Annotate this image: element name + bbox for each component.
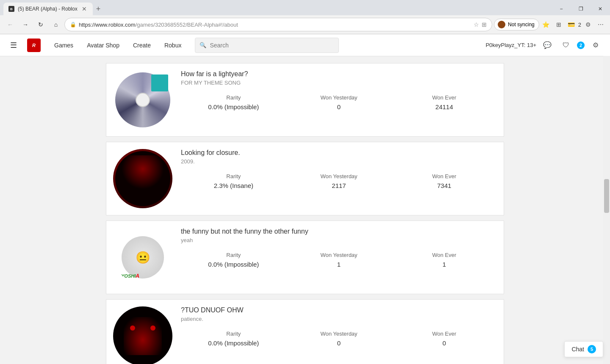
item-subtitle-3: yeah (181, 237, 497, 243)
notification-area: 2 (578, 22, 581, 28)
rarity-label-1: Rarity (181, 94, 286, 101)
item-info-2: Looking for closure. 2009. Rarity 2.3% (… (181, 149, 497, 189)
bookmark-icon[interactable]: ☆ (474, 21, 479, 28)
close-button[interactable]: ✕ (591, 1, 610, 17)
list-item: 😐 YOSHIA the funny but not the funny the… (106, 221, 504, 294)
dark-red-glow (122, 155, 164, 189)
item-title-2: Looking for closure. (181, 149, 497, 157)
won-ever-label-2: Won Ever (391, 173, 497, 179)
list-item: How far is a lightyear? FOR MY THEME SON… (106, 63, 504, 137)
dark-creature-visual (115, 309, 170, 364)
rarity-label-3: Rarity (181, 252, 286, 258)
won-yesterday-label-2: Won Yesterday (286, 173, 392, 179)
browser-tab[interactable]: B (5) BEAR (Alpha) - Roblox ✕ (3, 3, 93, 15)
won-ever-value-3: 1 (391, 261, 497, 268)
chat-icon-nav[interactable]: 💬 (540, 38, 555, 53)
settings-icon-roblox[interactable]: ⚙ (588, 38, 603, 53)
won-yesterday-block-1: Won Yesterday 0 (286, 94, 392, 110)
won-yesterday-label-3: Won Yesterday (286, 252, 392, 258)
rarity-value-4: 0.0% (Impossible) (181, 339, 286, 347)
item-title-1: How far is a lightyear? (181, 70, 497, 78)
won-yesterday-block-2: Won Yesterday 2117 (286, 173, 392, 189)
troll-visual: 😐 YOSHIA (115, 230, 170, 285)
sync-label: Not syncing (508, 22, 535, 28)
won-ever-value-2: 7341 (391, 182, 497, 189)
creature-body (124, 317, 162, 355)
notification-badge[interactable]: 2 (577, 41, 585, 49)
main-content: How far is a lightyear? FOR MY THEME SON… (0, 56, 610, 364)
won-ever-value-1: 24114 (391, 103, 497, 110)
security-icon[interactable]: 🛡 (558, 38, 574, 53)
reload-button[interactable]: ↻ (34, 18, 47, 31)
collections-icon[interactable]: ⊞ (482, 21, 487, 28)
won-ever-block-3: Won Ever 1 (391, 252, 497, 268)
rarity-block-1: Rarity 0.0% (Impossible) (181, 94, 286, 110)
won-ever-block-4: Won Ever 0 (391, 331, 497, 347)
search-container: 🔍 (195, 38, 339, 53)
won-ever-block-1: Won Ever 24114 (391, 94, 497, 110)
scrollbar-thumb[interactable] (604, 179, 609, 213)
nav-avatar-shop[interactable]: Avatar Shop (80, 34, 126, 56)
creature-eyes (130, 325, 155, 334)
item-image-4 (113, 306, 172, 364)
roblox-logo[interactable]: R (27, 39, 41, 52)
profile-avatar (498, 21, 505, 28)
item-stats-4: Rarity 0.0% (Impossible) Won Yesterday 0… (181, 331, 497, 347)
nav-games[interactable]: Games (47, 34, 80, 56)
lock-icon: 🔒 (70, 22, 76, 28)
hamburger-menu[interactable]: ☰ (7, 37, 20, 53)
won-ever-label-3: Won Ever (391, 252, 497, 258)
settings-button[interactable]: ⚙ (582, 19, 594, 30)
nav-robux[interactable]: Robux (158, 34, 188, 56)
sync-button[interactable]: Not syncing (494, 19, 539, 30)
home-button[interactable]: ⌂ (49, 18, 63, 31)
troll-inner: 😐 (122, 236, 164, 279)
item-info-3: the funny but not the funny the other fu… (181, 228, 497, 268)
wallet-button[interactable]: 💳 (566, 19, 577, 30)
rarity-label-2: Rarity (181, 173, 286, 179)
chat-label: Chat (571, 346, 584, 353)
nav-create[interactable]: Create (126, 34, 158, 56)
won-yesterday-value-4: 0 (286, 339, 392, 347)
item-subtitle-4: patience. (181, 316, 497, 322)
collections-button[interactable]: ⊞ (553, 19, 565, 30)
chat-button[interactable]: Chat 5 (564, 341, 603, 357)
tab-favicon: B (8, 6, 14, 12)
tab-title: (5) BEAR (Alpha) - Roblox (18, 6, 78, 12)
won-yesterday-label-4: Won Yesterday (286, 331, 392, 337)
eye-right (150, 325, 155, 331)
scrollbar-track (603, 56, 610, 364)
item-stats-3: Rarity 0.0% (Impossible) Won Yesterday 1… (181, 252, 497, 268)
tab-close-btn[interactable]: ✕ (81, 5, 88, 13)
rarity-block-3: Rarity 0.0% (Impossible) (181, 252, 286, 268)
eye-left (130, 325, 135, 331)
maximize-button[interactable]: ❐ (571, 1, 591, 17)
won-yesterday-block-3: Won Yesterday 1 (286, 252, 392, 268)
back-button[interactable]: ← (3, 18, 17, 31)
search-input[interactable] (210, 42, 334, 49)
items-list: How far is a lightyear? FOR MY THEME SON… (106, 63, 504, 364)
item-stats-2: Rarity 2.3% (Insane) Won Yesterday 2117 … (181, 173, 497, 189)
rarity-label-4: Rarity (181, 331, 286, 337)
forward-button[interactable]: → (19, 18, 32, 31)
list-item: Looking for closure. 2009. Rarity 2.3% (… (106, 142, 504, 215)
won-ever-block-2: Won Ever 7341 (391, 173, 497, 189)
address-text: https://www.roblox.com/games/3203685552/… (79, 22, 471, 28)
won-yesterday-block-4: Won Yesterday 0 (286, 331, 392, 347)
favorites-button[interactable]: ⭐ (540, 19, 552, 30)
item-image-3: 😐 YOSHIA (113, 228, 172, 287)
new-tab-button[interactable]: + (96, 5, 101, 14)
won-ever-value-4: 0 (391, 339, 497, 347)
item-subtitle-1: FOR MY THEME SONG (181, 80, 497, 86)
rarity-value-3: 0.0% (Impossible) (181, 261, 286, 268)
won-yesterday-value-3: 1 (286, 261, 392, 268)
won-yesterday-label-1: Won Yesterday (286, 94, 392, 101)
yoshi-text: YOSHIA (121, 273, 139, 279)
roblox-navbar: ☰ R Games Avatar Shop Create Robux 🔍 P0k… (0, 34, 610, 56)
item-subtitle-2: 2009. (181, 158, 497, 165)
menu-button[interactable]: ⋯ (595, 19, 607, 30)
rarity-value-2: 2.3% (Insane) (181, 182, 286, 189)
minimize-button[interactable]: − (552, 1, 571, 17)
item-title-3: the funny but not the funny the other fu… (181, 228, 497, 235)
address-bar[interactable]: 🔒 https://www.roblox.com/games/320368555… (64, 18, 492, 31)
